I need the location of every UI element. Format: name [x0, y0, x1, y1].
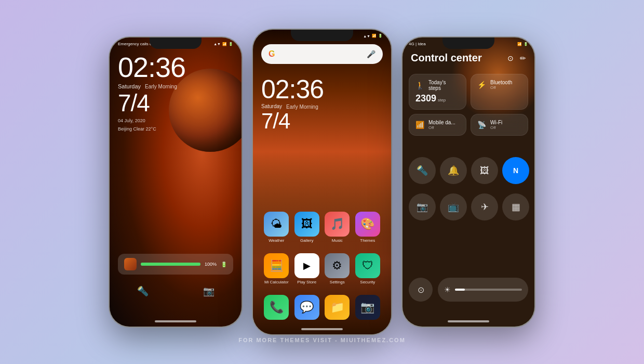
cc-bell-btn[interactable]: 🔔 — [440, 157, 467, 184]
hs-signal-icon: ▲▼ — [363, 34, 370, 38]
cc-wifi-card[interactable]: 📡 Wi-Fi Off — [471, 114, 528, 136]
cc-settings-icon[interactable]: ⊙ — [507, 54, 514, 62]
cc-wifi-status: Off — [490, 125, 502, 130]
cc-status-right: 📶 🔋 — [517, 42, 528, 46]
app-camera2[interactable]: 📷 — [355, 295, 380, 321]
cc-title: Control center — [411, 52, 482, 64]
cc-steps-value: 2309 — [415, 93, 436, 104]
app-playstore[interactable]: ▶ Play Store — [294, 253, 319, 284]
cc-camera-btn[interactable]: 📷 — [409, 193, 436, 220]
app-settings[interactable]: ⚙ Settings — [325, 253, 350, 284]
cc-barcode-btn[interactable]: ▦ — [502, 193, 529, 220]
cc-mobiledata-card[interactable]: 📶 Mobile da... Off — [409, 114, 466, 136]
app-gallery-label: Gallery — [300, 238, 313, 243]
cc-md-row: 📶 Mobile da... Off — [415, 120, 460, 130]
ls-battery-status: 🔋 — [229, 42, 233, 46]
ls-battery-bar — [141, 263, 200, 266]
hs-wifi-icon: 📶 — [372, 34, 377, 38]
cc-nfc-btn[interactable]: N — [502, 157, 529, 184]
cc-flashlight-btn[interactable]: 🔦 — [409, 157, 436, 184]
cc-md-label: Mobile da... — [428, 120, 455, 125]
cc-airplay-btn[interactable]: ✈ — [471, 193, 498, 220]
ls-battery-widget: 100% 🔋 — [118, 254, 233, 275]
bottom-bar-right — [448, 320, 489, 322]
bottom-bar-left — [155, 320, 196, 322]
cc-screen-record-btn[interactable]: 📺 — [440, 193, 467, 220]
app-phone-icon: 📞 — [264, 295, 289, 320]
app-messages[interactable]: 💬 — [294, 295, 319, 321]
ls-flashlight-btn[interactable]: 🔦 — [133, 282, 152, 301]
app-gallery[interactable]: 🖼 Gallery — [294, 212, 319, 243]
app-calculator[interactable]: 🧮 Mi Calculator — [264, 253, 289, 284]
cc-steps-card: 🚶 Today's steps 2309 step — [409, 74, 466, 110]
cc-signal-icon: 📶 — [517, 42, 522, 46]
hs-search-bar[interactable]: G 🎤 — [261, 44, 383, 64]
phone-center: ▲▼ 📶 🔋 G 🎤 02:36 Saturday Early Morning … — [252, 29, 392, 335]
app-playstore-icon: ▶ — [294, 253, 319, 278]
cc-wifi-info: Wi-Fi Off — [490, 120, 502, 130]
cc-image-btn[interactable]: 🖼 — [471, 157, 498, 184]
cc-md-status: Off — [428, 125, 455, 130]
notch-center — [291, 30, 353, 41]
cc-brightness-slider[interactable]: ☀ — [438, 278, 528, 302]
app-gallery-icon: 🖼 — [294, 212, 319, 237]
ls-period: Early Morning — [145, 83, 177, 90]
ls-time: 02:36 — [118, 53, 185, 81]
ls-info2: Beijing Clear 22°C — [118, 126, 185, 132]
ls-app-icon — [124, 258, 137, 270]
cc-slider-fill — [455, 289, 465, 291]
cc-battery-icon: 🔋 — [524, 42, 528, 46]
notch-left — [150, 37, 202, 49]
app-phone[interactable]: 📞 — [264, 295, 289, 321]
app-files-icon: 📁 — [325, 295, 350, 320]
app-security-icon: 🛡 — [355, 253, 380, 278]
mic-icon[interactable]: 🎤 — [367, 50, 375, 58]
sun-icon: ☀ — [444, 285, 451, 294]
hs-period: Early Morning — [286, 103, 318, 110]
bluetooth-icon: ⚡ — [477, 81, 486, 89]
cc-wifi-label: Wi-Fi — [490, 120, 502, 125]
ls-camera-btn[interactable]: 📷 — [199, 282, 218, 301]
cc-bt-info: Bluetooth Off — [490, 80, 512, 90]
ls-status-icons: ▲▼ 📶 🔋 — [213, 42, 233, 46]
app-weather[interactable]: 🌤 Weather — [264, 212, 289, 243]
app-themes[interactable]: 🎨 Themes — [355, 212, 380, 243]
cc-status-left: 4G | Idea — [409, 42, 426, 46]
hs-time: 02:36 — [261, 76, 324, 102]
app-messages-icon: 💬 — [294, 295, 319, 320]
app-music-label: Music — [332, 238, 343, 243]
cc-bottom-controls: ⊙ ☀ — [409, 278, 528, 306]
steps-icon: 🚶 — [415, 81, 424, 89]
ls-bottom-icons: 🔦 📷 — [110, 282, 242, 301]
cc-steps-label: Today's steps — [428, 80, 460, 91]
app-music[interactable]: 🎵 Music — [325, 212, 350, 243]
search-input[interactable] — [279, 48, 363, 60]
cc-grid: 🚶 Today's steps 2309 step ⚡ Bluetooth — [409, 74, 528, 136]
app-camera2-icon: 📷 — [355, 295, 380, 320]
app-calculator-icon: 🧮 — [264, 253, 289, 278]
cc-edit-icon[interactable]: ✏ — [520, 54, 526, 62]
app-files[interactable]: 📁 — [325, 295, 350, 321]
ls-wifi-icon: 📶 — [222, 42, 227, 46]
app-weather-icon: 🌤 — [264, 212, 289, 237]
cc-icon-grid-1: 🔦 🔔 🖼 N — [409, 157, 528, 184]
app-security-label: Security — [360, 280, 375, 284]
app-settings-label: Settings — [330, 280, 345, 284]
apps-row-2: 🧮 Mi Calculator ▶ Play Store ⚙ Settings … — [261, 253, 383, 284]
ls-battery-fill — [141, 263, 200, 266]
app-music-icon: 🎵 — [325, 212, 350, 237]
apps-row-3: 📞 💬 📁 📷 — [261, 295, 383, 321]
cc-power-btn[interactable]: ⊙ — [409, 278, 433, 302]
hs-clock-area: 02:36 Saturday Early Morning 7/4 — [261, 76, 324, 132]
ls-battery-icon-indicator: 🔋 — [221, 262, 227, 267]
bottom-bar-center — [301, 328, 343, 330]
cc-bluetooth-card[interactable]: ⚡ Bluetooth Off — [471, 74, 528, 110]
ls-date: 7/4 — [118, 91, 185, 115]
lockscreen: Emergency calls only ▲▼ 📶 🔋 02:36 Saturd… — [110, 37, 242, 327]
app-calculator-label: Mi Calculator — [264, 280, 289, 284]
app-security[interactable]: 🛡 Security — [355, 253, 380, 284]
cc-header: Control center ⊙ ✏ — [411, 52, 526, 64]
cc-brightness-row: ⊙ ☀ — [409, 278, 528, 302]
cc-steps-value-row: 2309 step — [415, 93, 460, 104]
ls-battery-percent: 100% — [205, 262, 217, 267]
